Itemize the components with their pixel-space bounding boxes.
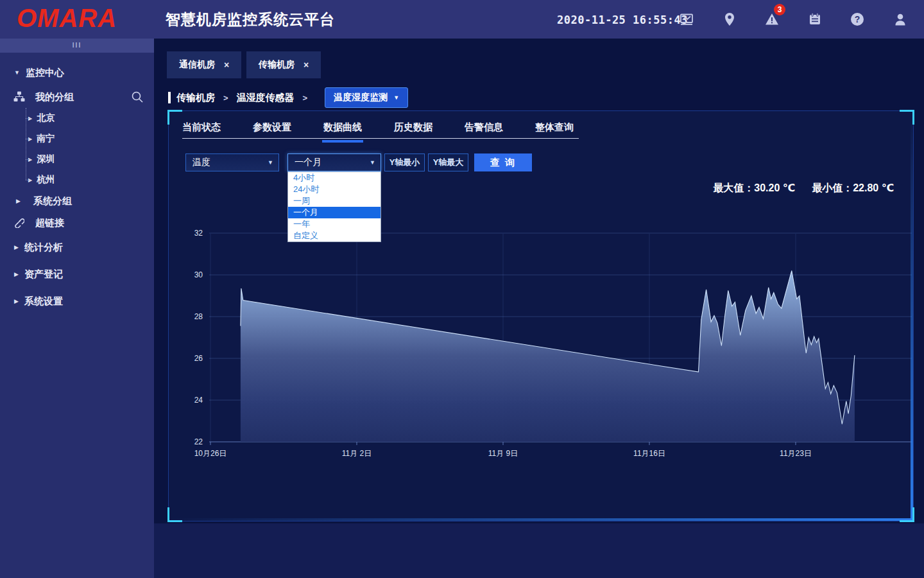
monitor-chart-icon[interactable] (679, 12, 694, 27)
panel-glow-right (911, 111, 913, 521)
panel-corner-decoration (900, 507, 914, 522)
breadcrumb-crumbs: 传输机房>温湿度传感器> (176, 92, 316, 104)
main-content: 通信机房×传输机房× 传输机房>温湿度传感器> 温度湿度监测 ▼ 当前状态参数设… (154, 39, 924, 578)
sidebar-item-label: 系统设置 (24, 295, 63, 308)
breadcrumb-separator: > (303, 93, 308, 103)
close-icon[interactable]: × (224, 60, 229, 70)
panel-tab-3[interactable]: 历史数据 (394, 121, 432, 141)
sidebar-item-label: 监控中心 (26, 67, 64, 79)
workspace-tab-1[interactable]: 传输机房× (246, 51, 321, 78)
metric-select[interactable]: 温度 ▼ (185, 153, 279, 171)
panel-tab-0[interactable]: 当前状态 (182, 121, 221, 141)
app-header: OMARA 智慧机房监控系统云平台 2020-11-25 16:55:43 3 … (0, 0, 924, 39)
max-value-label: 最大值： (713, 182, 754, 193)
sidebar-item-statistics[interactable]: ▶统计分析 (0, 234, 154, 261)
caret-right-icon: ▶ (14, 244, 19, 250)
breadcrumb-crumb-0[interactable]: 传输机房 (176, 92, 215, 104)
content-footer-strip (154, 523, 924, 578)
max-value: 30.20 ℃ (754, 182, 795, 193)
panel-tab-1[interactable]: 参数设置 (253, 121, 291, 141)
sidebar-item-hyperlink[interactable]: 超链接 (0, 212, 154, 234)
sidebar-item-label: 杭州 (37, 174, 55, 186)
chart-controls: 温度 ▼ 一个月 ▼ 4小时24小时一周一个月一年自定义 Y轴最小 Y轴最大 查… (185, 153, 532, 171)
sidebar-item-monitor-center[interactable]: ▼监控中心 (0, 59, 154, 86)
breadcrumb: 传输机房>温湿度传感器> 温度湿度监测 ▼ (168, 87, 408, 108)
panel-tab-2[interactable]: 数据曲线 (323, 121, 362, 141)
workspace-tab-label: 传输机房 (259, 59, 295, 71)
datetime-display: 2020-11-25 16:55:43 (557, 13, 688, 26)
range-option-2[interactable]: 一周 (288, 195, 381, 207)
max-value-stat: 最大值：30.20 ℃ (713, 182, 795, 195)
group-icon (13, 91, 26, 103)
sidebar-item-label: 统计分析 (24, 241, 63, 254)
sidebar-item-hangzhou[interactable]: ▶杭州 (0, 170, 154, 190)
panel-glow-bottom (169, 518, 913, 521)
sidebar-item-label: 超链接 (35, 217, 64, 229)
sidebar-list: ▼监控中心我的分组▶北京▶南宁▶深圳▶杭州▶系统分组超链接▶统计分析▶资产登记▶… (0, 53, 154, 315)
user-icon[interactable] (893, 12, 908, 27)
svg-text:?: ? (855, 14, 860, 24)
help-icon[interactable]: ? (850, 12, 865, 27)
sidebar-item-shenzhen[interactable]: ▶深圳 (0, 149, 154, 170)
range-select[interactable]: 一个月 ▼ (287, 153, 381, 171)
page-title: 智慧机房监控系统云平台 (166, 10, 335, 30)
query-button[interactable]: 查 询 (474, 153, 532, 171)
panel-corner-decoration (167, 110, 182, 125)
workspace-tab-label: 通信机房 (179, 59, 215, 71)
sidebar-item-nanning[interactable]: ▶南宁 (0, 128, 154, 149)
sidebar-item-label: 北京 (37, 112, 55, 124)
sidebar-item-label: 南宁 (37, 133, 55, 144)
min-value: 22.80 ℃ (853, 182, 894, 193)
svg-text:32: 32 (194, 229, 203, 238)
device-detail-panel: 当前状态参数设置数据曲线历史数据告警信息整体查询 温度 ▼ 一个月 ▼ 4小时2… (168, 110, 914, 521)
sidebar-item-label: 深圳 (37, 153, 55, 165)
svg-text:11月 9日: 11月 9日 (488, 449, 518, 458)
y-axis-min-button[interactable]: Y轴最小 (384, 153, 425, 171)
panel-tab-5[interactable]: 整体查询 (535, 121, 574, 141)
y-axis-max-button[interactable]: Y轴最大 (428, 153, 468, 171)
metric-select-value: 温度 (193, 157, 210, 168)
search-icon[interactable] (131, 91, 144, 103)
range-option-5[interactable]: 自定义 (288, 230, 381, 241)
range-option-1[interactable]: 24小时 (288, 184, 381, 195)
svg-text:11月23日: 11月23日 (780, 449, 812, 458)
sidebar-item-system-groups[interactable]: ▶系统分组 (0, 190, 154, 212)
brand-logo: OMARA (17, 4, 117, 33)
device-selector-button[interactable]: 温度湿度监测 ▼ (325, 87, 408, 108)
panel-corner-decoration (167, 507, 182, 522)
chevron-down-icon: ▼ (393, 94, 399, 101)
sidebar-item-beijing[interactable]: ▶北京 (0, 108, 154, 128)
sidebar-item-label: 我的分组 (35, 91, 74, 103)
min-value-label: 最小值： (812, 182, 853, 193)
range-select-value: 一个月 (295, 157, 321, 168)
caret-right-icon: ▶ (14, 298, 19, 304)
breadcrumb-crumb-1[interactable]: 温湿度传感器 (237, 92, 295, 104)
location-pin-icon[interactable] (722, 12, 737, 27)
range-option-4[interactable]: 一年 (288, 218, 381, 230)
svg-text:26: 26 (194, 354, 203, 363)
workspace-tabs: 通信机房×传输机房× (167, 51, 321, 78)
sidebar-tree: ▶北京▶南宁▶深圳▶杭州 (0, 108, 154, 190)
caret-right-icon: ▶ (14, 271, 19, 277)
chevron-down-icon: ▼ (370, 159, 375, 166)
svg-text:28: 28 (194, 312, 203, 321)
calendar-icon[interactable] (807, 12, 823, 27)
range-select-wrap: 一个月 ▼ 4小时24小时一周一个月一年自定义 (287, 153, 381, 171)
range-option-3[interactable]: 一个月 (288, 207, 381, 218)
svg-text:11月16日: 11月16日 (633, 449, 665, 458)
breadcrumb-accent-bar (168, 92, 171, 103)
sidebar-collapse-handle[interactable]: III (0, 39, 154, 53)
caret-down-icon: ▼ (14, 69, 20, 76)
chevron-down-icon: ▼ (268, 159, 273, 166)
sidebar-item-my-groups[interactable]: 我的分组 (0, 86, 154, 108)
panel-tab-4[interactable]: 告警信息 (465, 121, 503, 141)
sidebar-item-assets[interactable]: ▶资产登记 (0, 261, 154, 288)
workspace-tab-0[interactable]: 通信机房× (167, 51, 241, 78)
svg-text:24: 24 (194, 396, 203, 405)
range-option-0[interactable]: 4小时 (288, 172, 381, 184)
sidebar-item-system-settings[interactable]: ▶系统设置 (0, 288, 154, 315)
caret-right-icon: ▶ (28, 157, 32, 162)
breadcrumb-separator: > (223, 93, 228, 103)
close-icon[interactable]: × (304, 60, 309, 70)
device-selector-label: 温度湿度监测 (334, 92, 388, 103)
